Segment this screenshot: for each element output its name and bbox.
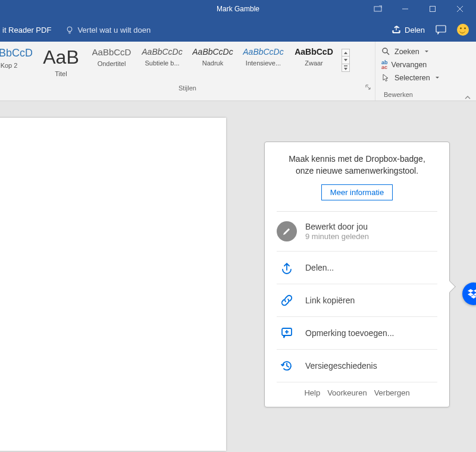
style-label: Subtiele b... <box>145 59 179 67</box>
editing-group-label: Bewerken <box>381 89 471 101</box>
style-tile-zwaar[interactable]: AaBbCcDZwaar <box>289 45 339 67</box>
style-preview: AaBbCcDc <box>243 48 283 56</box>
style-tile-subtiele-b-[interactable]: AaBbCcDcSubtiele b... <box>137 45 187 67</box>
history-icon <box>277 359 297 372</box>
style-label: Ondertitel <box>98 60 126 67</box>
edited-time-label: 9 minuten geleden <box>305 232 369 241</box>
share-icon <box>392 26 401 34</box>
svg-rect-2 <box>430 7 436 12</box>
styles-group-label: Stijlen <box>178 84 196 92</box>
titlebar-username: Mark Gamble <box>217 5 259 13</box>
pencil-icon <box>277 221 297 241</box>
styles-dialog-launcher-icon[interactable] <box>365 84 371 92</box>
tab-foxit-reader-pdf[interactable]: it Reader PDF <box>2 26 51 34</box>
editing-group: Zoeken abac Vervangen Selecteren Bewerke… <box>375 42 476 101</box>
style-tile-ondertitel[interactable]: AaBbCcDOndertitel <box>86 45 137 67</box>
style-label: Nadruk <box>202 59 223 67</box>
copy-link-label: Link kopiëren <box>305 296 355 305</box>
style-preview: AaB <box>43 48 79 67</box>
find-label: Zoeken <box>394 48 419 56</box>
dropbox-badge-icon[interactable] <box>462 282 476 305</box>
ribbon: AaBbCcDKop 2AaBTitelAaBbCcDOndertitelAaB… <box>0 42 476 101</box>
style-preview: AaBbCcDc <box>192 48 233 56</box>
select-label: Selecteren <box>394 74 430 82</box>
feedback-icon[interactable] <box>436 25 446 34</box>
style-tile-kop-2[interactable]: AaBbCcDKop 2 <box>0 45 36 69</box>
style-preview: AaBbCcDc <box>142 48 182 56</box>
add-comment-row[interactable]: Opmerking toevoegen... <box>277 317 437 350</box>
window-titlebar: Mark Gamble <box>0 0 476 18</box>
styles-up-icon[interactable] <box>342 49 350 56</box>
chevron-down-icon <box>424 49 429 54</box>
dropbox-footer: Help Voorkeuren Verbergen <box>277 382 437 397</box>
style-tile-intensieve-[interactable]: AaBbCcDcIntensieve... <box>238 45 289 67</box>
style-tile-titel[interactable]: AaBTitel <box>36 45 86 77</box>
style-label: Titel <box>55 70 67 77</box>
window-close-icon[interactable] <box>446 0 474 18</box>
style-tile-nadruk[interactable]: AaBbCcDcNadruk <box>187 45 238 67</box>
share-label: Delen <box>405 26 425 34</box>
lightbulb-icon <box>65 26 74 34</box>
edited-by-label: Bewerkt door jou <box>305 222 369 231</box>
link-icon <box>277 294 297 307</box>
ribbon-display-options-icon[interactable] <box>364 0 392 18</box>
replace-label: Vervangen <box>392 61 427 69</box>
svg-point-5 <box>67 27 72 32</box>
hide-link[interactable]: Verbergen <box>374 388 410 397</box>
share-row[interactable]: Delen... <box>277 252 437 284</box>
style-label: Zwaar <box>305 59 323 67</box>
edited-by-row: Bewerkt door jou 9 minuten geleden <box>277 212 437 252</box>
document-area: Maak kennis met de Dropbox-badge, onze n… <box>0 101 476 452</box>
version-history-row[interactable]: Versiegeschiedenis <box>277 350 437 382</box>
cursor-icon <box>381 73 391 83</box>
upload-icon <box>277 261 297 274</box>
replace-icon: abac <box>381 60 388 70</box>
window-maximize-icon[interactable] <box>419 0 446 18</box>
replace-button[interactable]: abac Vervangen <box>381 58 471 71</box>
add-comment-label: Opmerking toevoegen... <box>305 328 394 338</box>
svg-point-10 <box>383 48 387 53</box>
comment-icon <box>277 327 297 340</box>
search-icon <box>381 47 391 56</box>
help-link[interactable]: Help <box>304 388 320 397</box>
window-minimize-icon[interactable] <box>392 0 419 18</box>
version-history-label: Versiegeschiedenis <box>305 361 377 371</box>
chevron-down-icon <box>435 76 440 80</box>
share-label: Delen... <box>305 263 334 272</box>
styles-down-icon[interactable] <box>342 56 350 64</box>
svg-rect-0 <box>374 7 381 11</box>
style-label: Intensieve... <box>246 59 281 67</box>
select-button[interactable]: Selecteren <box>381 71 471 84</box>
styles-more-icon[interactable] <box>342 64 350 72</box>
find-button[interactable]: Zoeken <box>381 45 471 58</box>
ribbon-tabs-bar: it Reader PDF Vertel wat u wilt doen Del… <box>0 18 476 42</box>
styles-group: AaBbCcDKop 2AaBTitelAaBbCcDOndertitelAaB… <box>0 42 375 101</box>
svg-line-11 <box>387 52 389 55</box>
more-info-button[interactable]: Meer informatie <box>321 184 393 200</box>
smiley-icon[interactable] <box>457 24 469 36</box>
tell-me-search[interactable]: Vertel wat u wilt doen <box>65 26 151 34</box>
share-button[interactable]: Delen <box>392 26 425 34</box>
document-page[interactable] <box>0 118 226 451</box>
tell-me-placeholder: Vertel wat u wilt doen <box>77 26 151 34</box>
dropbox-intro-text: Maak kennis met de Dropbox-badge, onze n… <box>277 153 437 177</box>
copy-link-row[interactable]: Link kopiëren <box>277 284 437 317</box>
svg-rect-9 <box>344 65 347 67</box>
style-preview: AaBbCcD <box>295 48 333 56</box>
preferences-link[interactable]: Voorkeuren <box>327 388 367 397</box>
svg-rect-8 <box>436 26 446 32</box>
style-label: Kop 2 <box>1 62 18 69</box>
panel-callout-arrow <box>444 281 456 293</box>
style-preview: AaBbCcD <box>0 48 32 58</box>
style-preview: AaBbCcD <box>92 48 131 56</box>
dropbox-badge-panel: Maak kennis met de Dropbox-badge, onze n… <box>264 142 450 407</box>
